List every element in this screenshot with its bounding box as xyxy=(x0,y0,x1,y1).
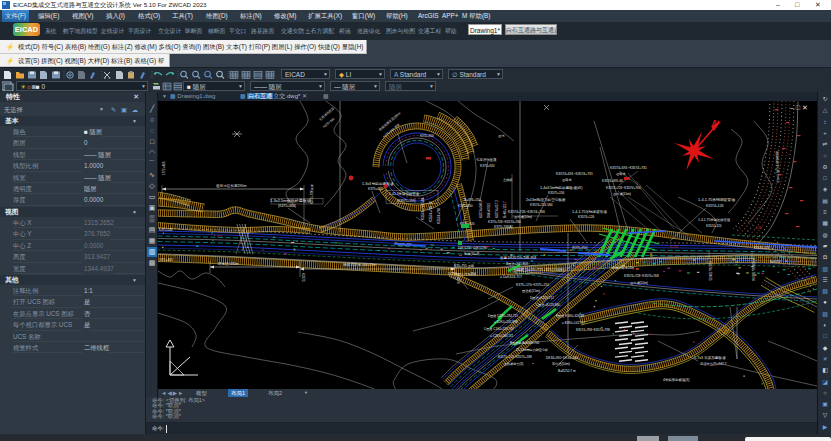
svg-text:K3574+126: K3574+126 xyxy=(706,224,722,228)
svg-text:1-4-1.75米钢波纹管涵: 1-4-1.75米钢波纹管涵 xyxy=(572,209,607,214)
svg-text:= D2K0+241.898: = D2K0+241.898 xyxy=(494,320,518,324)
svg-text:D(K)1794~D(K)1796: D(K)1794~D(K)1796 xyxy=(458,246,487,250)
svg-text:主线桥墩台(3): 主线桥墩台(3) xyxy=(504,362,523,366)
svg-text:改水渠(10m): 改水渠(10m) xyxy=(630,281,648,285)
svg-text:K373+726~K3574+766: K373+726~K3574+766 xyxy=(488,220,521,224)
svg-text:1-4-1.75米钢波纹管涵: 1-4-1.75米钢波纹管涵 xyxy=(698,197,735,202)
svg-text:K375+463: K375+463 xyxy=(368,187,383,191)
svg-text:K375+443: K375+443 xyxy=(159,228,173,232)
svg-text:K3574+640.3: K3574+640.3 xyxy=(479,200,483,218)
svg-text:K3575: K3575 xyxy=(301,273,305,282)
svg-text:K3574+657.2: K3574+657.2 xyxy=(495,200,499,218)
svg-text:(K3975+159): (K3975+159) xyxy=(397,199,416,203)
svg-text:= C2K0+180.115: = C2K0+180.115 xyxy=(490,334,513,338)
svg-text:改沟: 改沟 xyxy=(498,134,504,138)
svg-text:B匝道桥 B=K225.705: B匝道桥 B=K225.705 xyxy=(510,341,540,345)
svg-text:1-4x3.5m钢筋砼盖板涵(斜): 1-4x3.5m钢筋砼盖板涵(斜) xyxy=(540,185,583,190)
svg-text:主线桥 D=20+725+825(134米): 主线桥 D=20+725+825(134米) xyxy=(513,267,565,272)
svg-text:主线桥: 主线桥 xyxy=(503,178,513,182)
svg-text:K3575+156: K3575+156 xyxy=(548,191,565,195)
svg-text:1975+463: 1975+463 xyxy=(162,161,166,175)
svg-text:= D=K326.717: = D=K326.717 xyxy=(500,275,522,279)
svg-text:3-25墩预应力箱梁桥: 3-25墩预应力箱梁桥 xyxy=(448,271,478,276)
svg-text:1-41.3米钢波纹管涵: 1-41.3米钢波纹管涵 xyxy=(389,191,420,196)
svg-text:DK0+093.5: DK0+093.5 xyxy=(487,203,491,218)
svg-text:K3576+126: K3576+126 xyxy=(754,246,770,250)
svg-text:(K375+850): (K375+850) xyxy=(572,246,588,250)
svg-text:1-3x3 钢筋砼盖板涵: 1-3x3 钢筋砼盖板涵 xyxy=(362,181,394,186)
svg-text:K3574+728~K3574+768: K3574+728~K3574+768 xyxy=(624,274,659,278)
svg-text:= E2K0+141.717: = E2K0+141.717 xyxy=(562,321,586,325)
svg-text:K+745: K+745 xyxy=(670,245,679,249)
svg-text:K3574+724.584: K3574+724.584 xyxy=(530,203,553,207)
svg-text:K3574+738.25: K3574+738.25 xyxy=(708,261,712,281)
svg-text:改路基: 改路基 xyxy=(616,172,626,176)
svg-text:DK34+390~DK34+440: DK34+390~DK34+440 xyxy=(546,356,578,360)
svg-text:改建 DK35756+341.858: 改建 DK35756+341.858 xyxy=(500,255,536,260)
svg-text:匝道桥(15m): 匝道桥(15m) xyxy=(522,289,540,293)
svg-text:K35+755 改路: K35+755 改路 xyxy=(454,264,475,268)
svg-text:K373+746[A]: K373+746[A] xyxy=(494,225,513,229)
svg-text:B=K252.7 m: B=K252.7 m xyxy=(558,369,576,373)
svg-text:K3574+724.584: K3574+724.584 xyxy=(421,197,425,220)
svg-text:洞顶填土(3)=147.7: 洞顶填土(3)=147.7 xyxy=(700,362,727,366)
svg-text:C匝道=K125.880: C匝道=K125.880 xyxy=(536,303,560,307)
svg-text:整体(10+8): 整体(10+8) xyxy=(464,252,480,256)
svg-text:路基段 430m: 路基段 430m xyxy=(218,261,239,266)
svg-text:K3576: K3576 xyxy=(456,275,460,284)
svg-text:K3575+120~K3575+188: K3575+120~K3575+188 xyxy=(498,355,532,359)
svg-text:K3574+691~K3574+731: K3574+691~K3574+731 xyxy=(610,166,647,170)
svg-text:改路基: 改路基 xyxy=(562,178,572,182)
svg-text:(K375+463): (K375+463) xyxy=(278,204,296,208)
svg-text:B=K252: B=K252 xyxy=(770,260,781,264)
svg-text:整体式路基 440.25m: 整体式路基 440.25m xyxy=(343,262,376,267)
svg-text:B匝道=341.858: B匝道=341.858 xyxy=(506,262,528,266)
svg-text:B=K0+121.7: B=K0+121.7 xyxy=(503,201,507,218)
svg-text:K3574+126: K3574+126 xyxy=(578,215,595,219)
svg-text:1-3x2.5m钢筋砼盖板涵: 1-3x2.5m钢筋砼盖板涵 xyxy=(270,198,311,203)
svg-text:K3574+126: K3574+126 xyxy=(706,204,724,208)
svg-text:七月冲沟改渠: 七月冲沟改渠 xyxy=(476,157,497,162)
svg-text:– □ ✕: – □ ✕ xyxy=(790,104,808,111)
svg-text:K3574+691~K3574+731: K3574+691~K3574+731 xyxy=(556,172,593,176)
svg-text:C匝道 C1K0+326.717: C匝道 C1K0+326.717 xyxy=(484,327,514,331)
svg-text:车行道(50m): 车行道(50m) xyxy=(552,362,570,366)
svg-text:K375+170~K375+210: K375+170~K375+210 xyxy=(516,283,549,287)
svg-text:改移河道长度290m: 改移河道长度290m xyxy=(216,183,247,188)
svg-text:+126: +126 xyxy=(755,226,762,230)
svg-text:25-13m预应力砼空心板: 25-13m预应力砼空心板 xyxy=(516,348,548,352)
svg-text:改水渠(10m): 改水渠(10m) xyxy=(613,192,631,196)
svg-text:K3574+758~K3574+798: K3574+758~K3574+798 xyxy=(576,328,610,332)
svg-text:1-4-1.75米钢波纹管涵: 1-4-1.75米钢波纹管涵 xyxy=(698,217,731,222)
svg-text:K3574+766: K3574+766 xyxy=(437,207,441,224)
svg-text:K3574+783.94: K3574+783.94 xyxy=(751,261,755,281)
svg-text:路基填方段): 路基填方段) xyxy=(646,279,665,284)
svg-text:D匝道=K225.717: D匝道=K225.717 xyxy=(530,296,554,300)
svg-text:4米拱形盖板涵(3): 4米拱形盖板涵(3) xyxy=(663,378,689,382)
svg-text:1975+463: 1975+463 xyxy=(159,258,173,262)
svg-text:E匝道 E1K0+326.88: E匝道 E1K0+326.88 xyxy=(556,314,584,318)
svg-text:改水渠(10m): 改水渠(10m) xyxy=(514,215,532,219)
svg-text:整体式路基24m: 整体式路基24m xyxy=(612,266,634,270)
svg-text:D匝道 D2K0+284.715: D匝道 D2K0+284.715 xyxy=(488,314,518,318)
svg-text:K3574+726~K3574+766: K3574+726~K3574+766 xyxy=(606,186,641,190)
svg-text:K375+850: K375+850 xyxy=(458,204,473,208)
svg-text:x x: x x xyxy=(217,234,222,238)
svg-text:K375+800: K375+800 xyxy=(420,134,434,138)
svg-text:1-7x3 米拱形盖板涵: 1-7x3 米拱形盖板涵 xyxy=(694,355,726,360)
svg-text:K3574+726.12: K3574+726.12 xyxy=(429,201,433,222)
